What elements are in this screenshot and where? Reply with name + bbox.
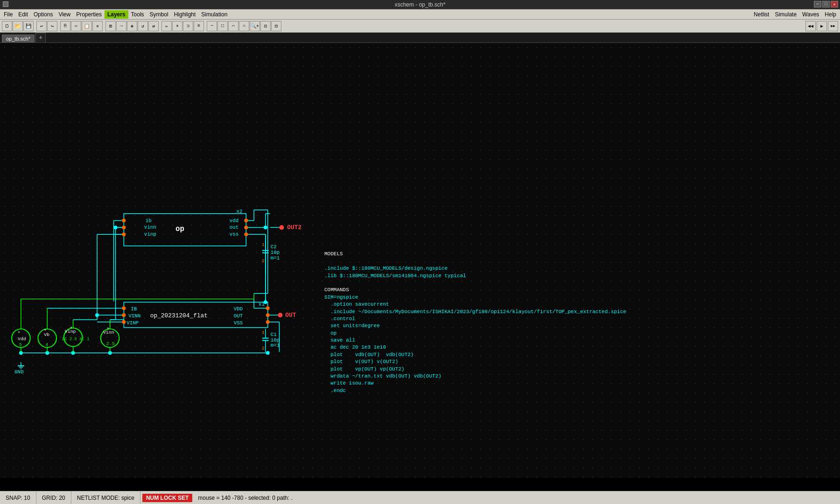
svg-text:out: out xyxy=(230,224,239,230)
maximize-button[interactable]: □ xyxy=(822,1,830,7)
svg-text:2.5: 2.5 xyxy=(106,341,115,346)
menu-highlight[interactable]: Highlight xyxy=(171,10,199,19)
svg-point-124 xyxy=(264,225,267,229)
menu-properties[interactable]: Properties xyxy=(73,10,105,19)
toolbar-bus[interactable]: ⊃ xyxy=(183,21,193,31)
status-snap: SNAP: 10 xyxy=(0,491,36,504)
menu-layers[interactable]: Layers xyxy=(105,10,128,19)
svg-text:C2: C2 xyxy=(271,244,277,250)
svg-point-119 xyxy=(122,313,126,317)
svg-text:vinn: vinn xyxy=(144,224,156,230)
svg-text:GND: GND xyxy=(14,369,24,375)
toolbar-open[interactable]: 📂 xyxy=(13,21,23,31)
status-numlock: NUM LOCK SET xyxy=(142,494,192,502)
status-grid: GRID: 20 xyxy=(36,491,71,504)
svg-point-125 xyxy=(114,225,118,229)
menu-options[interactable]: Options xyxy=(31,10,56,19)
svg-point-120 xyxy=(122,320,126,324)
status-netlist: NETLIST MODE: spice xyxy=(71,491,140,504)
svg-text:4: 4 xyxy=(45,342,48,347)
toolbar-minus[interactable]: − xyxy=(207,21,217,31)
svg-point-117 xyxy=(244,232,248,236)
toolbar-rect[interactable]: □ xyxy=(217,21,228,31)
toolbar-move[interactable]: ✥ xyxy=(127,21,137,31)
toolbar-cut[interactable]: ✂ xyxy=(71,21,81,31)
svg-text:VDD: VDD xyxy=(234,306,243,312)
toolbar-circle[interactable]: ○ xyxy=(239,21,249,31)
nav-back[interactable]: ◀◀ xyxy=(805,21,816,31)
window-controls: ─ □ ✕ xyxy=(814,1,838,7)
svg-text:1: 1 xyxy=(262,330,265,335)
toolbar-label[interactable]: ≡ xyxy=(194,21,204,31)
toolbar-zoom-out[interactable]: ⊟ xyxy=(271,21,281,31)
svg-text:x2: x2 xyxy=(237,209,243,214)
svg-text:+: + xyxy=(18,330,20,335)
toolbar-undo[interactable]: ↩ xyxy=(36,21,47,31)
menu-tools[interactable]: Tools xyxy=(128,10,147,19)
menu-symbol[interactable]: Symbol xyxy=(147,10,171,19)
svg-point-122 xyxy=(266,313,270,317)
svg-point-114 xyxy=(122,232,126,236)
svg-text:+: + xyxy=(70,326,72,330)
toolbar-paste[interactable]: 📋 xyxy=(82,21,92,31)
tab-add-button[interactable]: + xyxy=(35,33,46,42)
toolbar-new[interactable]: 🗋 xyxy=(2,21,12,31)
svg-point-116 xyxy=(244,225,248,229)
menu-file[interactable]: File xyxy=(1,10,15,19)
toolbar-delete[interactable]: ✕ xyxy=(92,21,103,31)
close-button[interactable]: ✕ xyxy=(831,1,838,7)
window-title: xschem - op_tb.sch* xyxy=(395,1,446,8)
menu-edit[interactable]: Edit xyxy=(15,10,31,19)
svg-text:ib: ib xyxy=(146,218,152,224)
canvas-area[interactable]: ib vinn vinp vdd out vss op x2 IB VINN V… xyxy=(0,43,840,478)
toolbar-zoom-fit[interactable]: ⊡ xyxy=(260,21,271,31)
svg-text:DC 2.5 AC 1: DC 2.5 AC 1 xyxy=(62,337,90,342)
nav-forward[interactable]: ▶▶ xyxy=(828,21,838,31)
svg-point-29 xyxy=(280,225,284,230)
menu-netlist[interactable]: Netlist xyxy=(751,10,772,19)
menu-help[interactable]: Help xyxy=(822,10,839,19)
app-icon xyxy=(3,1,8,7)
svg-point-115 xyxy=(244,219,248,223)
svg-text:IB: IB xyxy=(131,306,137,312)
svg-text:OUT: OUT xyxy=(285,312,296,319)
toolbar-rotate[interactable]: ↺ xyxy=(138,21,148,31)
toolbar: 🗋 📂 💾 ↩ ↪ ⎘ ✂ 📋 ✕ ⊞ → ✥ ↺ ⇄ ✏ ☀ ⊃ ≡ − □ … xyxy=(0,20,840,33)
toolbar-component[interactable]: ⊞ xyxy=(105,21,116,31)
svg-text:+: + xyxy=(107,327,109,331)
svg-text:vdd: vdd xyxy=(230,218,239,224)
svg-rect-0 xyxy=(124,214,246,246)
svg-text:op_20231204_flat: op_20231204_flat xyxy=(150,312,208,319)
svg-text:+: + xyxy=(44,328,46,333)
svg-text:Vdd: Vdd xyxy=(18,336,26,342)
statusbar: SNAP: 10 GRID: 20 NETLIST MODE: spice NU… xyxy=(0,491,840,504)
toolbar-wire[interactable]: → xyxy=(116,21,126,31)
svg-text:2: 2 xyxy=(262,259,265,264)
menu-simulation[interactable]: Simulation xyxy=(198,10,230,19)
toolbar-redo[interactable]: ↪ xyxy=(47,21,57,31)
svg-text:C1: C1 xyxy=(271,332,277,337)
nav-play[interactable]: ▶ xyxy=(817,21,827,31)
titlebar: xschem - op_tb.sch* ─ □ ✕ xyxy=(0,0,840,9)
menu-view[interactable]: View xyxy=(56,10,73,19)
toolbar-save[interactable]: 💾 xyxy=(23,21,34,31)
toolbar-zoom-in[interactable]: 🔍+ xyxy=(250,21,260,31)
tab-op-tb[interactable]: op_tb.sch* xyxy=(2,35,35,42)
toolbar-flip[interactable]: ⇄ xyxy=(148,21,159,31)
toolbar-highlight[interactable]: ☀ xyxy=(172,21,182,31)
toolbar-arc[interactable]: ⌒ xyxy=(228,21,238,31)
svg-text:vss: vss xyxy=(230,231,239,237)
status-mouse: mouse = 140 -780 - selected: 0 path: . xyxy=(194,495,296,501)
svg-text:m=1: m=1 xyxy=(271,255,280,261)
svg-point-118 xyxy=(122,306,126,310)
svg-text:VINN: VINN xyxy=(128,313,140,319)
menu-waves[interactable]: Waves xyxy=(799,10,822,19)
menu-simulate[interactable]: Simulate xyxy=(772,10,799,19)
toolbar-copy[interactable]: ⎘ xyxy=(60,21,70,31)
toolbar-pen[interactable]: ✏ xyxy=(161,21,172,31)
svg-text:VINP: VINP xyxy=(126,320,139,326)
svg-point-113 xyxy=(122,225,126,229)
svg-text:Vb: Vb xyxy=(44,332,49,337)
minimize-button[interactable]: ─ xyxy=(814,1,821,7)
svg-text:OUT: OUT xyxy=(234,313,243,319)
